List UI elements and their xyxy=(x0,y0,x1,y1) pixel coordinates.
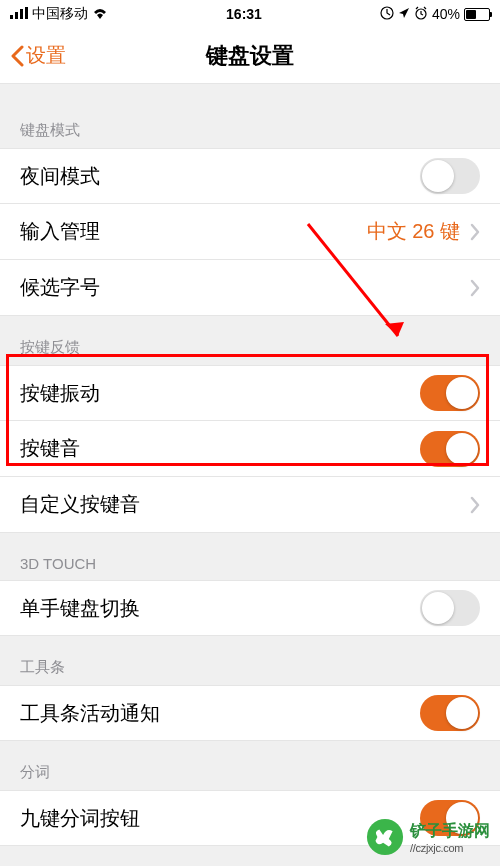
cell-key-sound[interactable]: 按键音 xyxy=(0,421,500,477)
group-key-feedback: 按键振动 按键音 自定义按键音 xyxy=(0,365,500,533)
cell-label: 按键振动 xyxy=(20,380,420,407)
section-header-keyboard-mode: 键盘模式 xyxy=(0,99,500,148)
back-button[interactable]: 设置 xyxy=(0,42,66,69)
chevron-right-icon xyxy=(470,223,480,241)
cell-night-mode[interactable]: 夜间模式 xyxy=(0,148,500,204)
group-3d-touch: 单手键盘切换 xyxy=(0,580,500,636)
cell-key-vibration[interactable]: 按键振动 xyxy=(0,365,500,421)
cell-value: 中文 26 键 xyxy=(367,218,480,245)
page-title: 键盘设置 xyxy=(206,41,294,71)
cell-label: 自定义按键音 xyxy=(20,491,460,518)
group-toolbar: 工具条活动通知 xyxy=(0,685,500,741)
cell-one-hand[interactable]: 单手键盘切换 xyxy=(0,580,500,636)
watermark: 铲子手游网 //czjxjc.com xyxy=(366,818,490,856)
group-keyboard-mode: 夜间模式 输入管理 中文 26 键 候选字号 xyxy=(0,148,500,316)
battery-percent: 40% xyxy=(432,6,460,22)
status-time: 16:31 xyxy=(226,6,262,22)
toggle-key-vibration[interactable] xyxy=(420,375,480,411)
cell-activity-notify[interactable]: 工具条活动通知 xyxy=(0,685,500,741)
chevron-right-icon xyxy=(470,279,480,297)
cell-candidate-size[interactable]: 候选字号 xyxy=(0,260,500,316)
watermark-logo-icon xyxy=(366,818,404,856)
toggle-key-sound[interactable] xyxy=(420,431,480,467)
svg-rect-0 xyxy=(10,15,13,19)
toggle-one-hand[interactable] xyxy=(420,590,480,626)
toggle-activity-notify[interactable] xyxy=(420,695,480,731)
cell-label: 单手键盘切换 xyxy=(20,595,420,622)
cell-label: 候选字号 xyxy=(20,274,460,301)
section-header-segmentation: 分词 xyxy=(0,741,500,790)
section-header-toolbar: 工具条 xyxy=(0,636,500,685)
svg-rect-2 xyxy=(20,9,23,19)
cell-label: 工具条活动通知 xyxy=(20,700,420,727)
nav-header: 设置 键盘设置 xyxy=(0,28,500,84)
cell-label: 输入管理 xyxy=(20,218,367,245)
section-header-3d-touch: 3D TOUCH xyxy=(0,533,500,580)
location-icon xyxy=(398,6,410,22)
cell-label: 按键音 xyxy=(20,435,420,462)
status-bar: 中国移动 16:31 40% xyxy=(0,0,500,28)
section-header-key-feedback: 按键反馈 xyxy=(0,316,500,365)
battery-icon xyxy=(464,8,490,21)
back-label: 设置 xyxy=(26,42,66,69)
cell-input-management[interactable]: 输入管理 中文 26 键 xyxy=(0,204,500,260)
signal-icon xyxy=(10,6,28,22)
watermark-url: //czjxjc.com xyxy=(410,842,463,854)
toggle-night-mode[interactable] xyxy=(420,158,480,194)
cell-label: 夜间模式 xyxy=(20,163,420,190)
chevron-left-icon xyxy=(10,45,24,67)
alarm-icon xyxy=(414,6,428,23)
clock-icon xyxy=(380,6,394,23)
svg-rect-1 xyxy=(15,12,18,19)
cell-custom-sound[interactable]: 自定义按键音 xyxy=(0,477,500,533)
carrier-label: 中国移动 xyxy=(32,5,88,23)
chevron-right-icon xyxy=(470,496,480,514)
wifi-icon xyxy=(92,6,108,22)
cell-label: 九键分词按钮 xyxy=(20,805,420,832)
svg-rect-3 xyxy=(25,7,28,19)
watermark-name: 铲子手游网 xyxy=(410,821,490,842)
